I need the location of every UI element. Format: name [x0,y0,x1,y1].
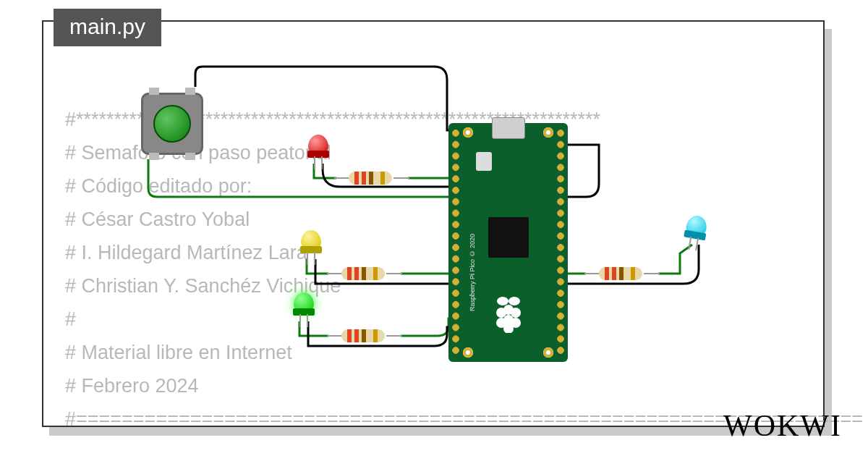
file-tab-label: main.py [69,14,145,38]
brand-text: WOKWI [723,409,842,442]
code-line: # Material libre en Internet [65,342,292,363]
code-line: # [65,308,76,330]
code-line: # Código editado por: [65,175,252,197]
code-line: #***************************************… [65,109,600,130]
wokwi-brand: WOKWI [723,408,842,443]
code-line: # Christian Y. Sanchéz Vichique [65,275,341,297]
code-preview: #***************************************… [65,69,863,436]
file-tab[interactable]: main.py [54,9,161,46]
code-line: # Febrero 2024 [65,375,199,397]
code-line: # Semaforo con paso peatonal [65,142,331,164]
code-line: # I. Hildegard Martínez Lara [65,242,307,263]
code-line: # César Castro Yobal [65,208,250,230]
